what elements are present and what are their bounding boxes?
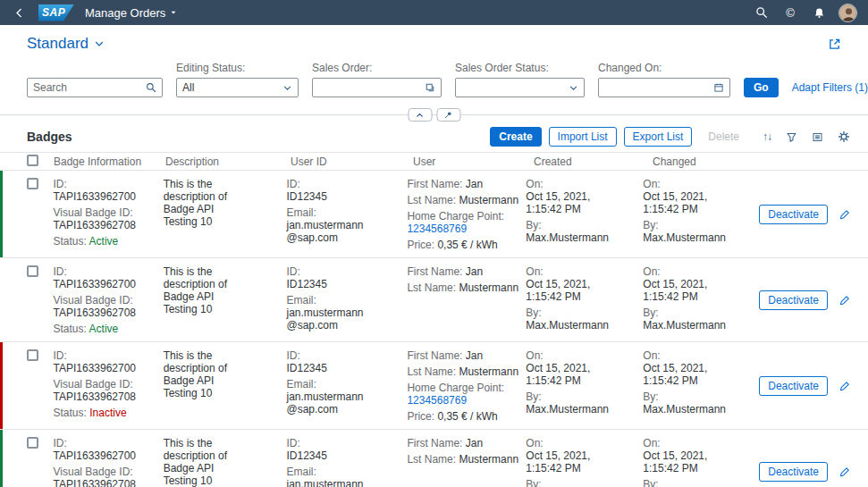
sort-icon[interactable]: ↑↓ <box>763 130 771 143</box>
status-badge: Inactive <box>89 407 126 419</box>
group-icon[interactable] <box>812 131 823 143</box>
deactivate-button[interactable]: Deactivate <box>759 376 828 396</box>
editing-status-select[interactable]: All <box>176 78 299 97</box>
changed-on-value: Oct 15, 2021, 1:15:42 PM <box>643 362 720 387</box>
row-highlight-stripe <box>0 342 3 429</box>
column-header-badge-information[interactable]: Badge Information <box>54 155 165 168</box>
user-cell: First Name: Jan Lst Name: Mustermann Hom… <box>407 178 526 251</box>
adapt-filters-link[interactable]: Adapt Filters (1) <box>792 81 868 97</box>
first-name-value: Jan <box>466 265 483 278</box>
pin-filter-bar-button[interactable] <box>436 108 460 122</box>
search-filter-group <box>27 78 163 97</box>
shell-bar: SAP Manage Orders © <box>0 0 868 25</box>
row-checkbox[interactable] <box>27 265 38 277</box>
app-title-menu[interactable]: Manage Orders <box>85 6 177 20</box>
table-header: Badge Information Description User ID Us… <box>0 152 868 171</box>
on-label: On: <box>643 349 752 362</box>
first-name-label: First Name: <box>407 265 462 278</box>
row-checkbox[interactable] <box>27 437 38 449</box>
create-button[interactable]: Create <box>490 127 541 147</box>
column-header-user[interactable]: User <box>413 155 534 168</box>
user-cell: First Name: Jan Lst Name: Mustermann Hom… <box>407 349 526 423</box>
first-name-label: First Name: <box>407 349 462 362</box>
export-list-button[interactable]: Export List <box>624 127 693 147</box>
row-checkbox[interactable] <box>27 349 38 361</box>
home-charge-point-label: Home Charge Point: <box>407 382 518 394</box>
back-button[interactable] <box>11 8 28 18</box>
badge-id-value: TAPI1633962700 <box>54 278 156 290</box>
home-charge-point-link[interactable]: 1234568769 <box>407 223 467 235</box>
sales-order-filter-group: Sales Order: <box>312 62 442 97</box>
user-id-cell: ID: ID12345 Email: jan.mustermann@sap.co… <box>286 178 407 251</box>
shell-search-icon[interactable] <box>753 6 771 19</box>
changed-on-label: Changed On: <box>598 62 730 74</box>
created-cell: On: Oct 15, 2021, 1:15:42 PM By: Max.Mus… <box>526 178 643 251</box>
edit-pencil-icon[interactable] <box>839 381 850 392</box>
user-avatar[interactable] <box>839 4 857 22</box>
by-label: By: <box>643 390 752 403</box>
badge-information-cell: ID: TAPI1633962700 Visual Badge ID: TAPI… <box>54 349 164 423</box>
changed-by-value: Max.Mustermann <box>643 403 752 416</box>
calendar-icon[interactable] <box>713 82 724 93</box>
changed-cell: On: Oct 15, 2021, 1:15:42 PM By: Max.Mus… <box>643 265 759 335</box>
collapse-filter-bar-button[interactable] <box>408 108 432 122</box>
share-icon[interactable] <box>828 38 841 51</box>
table-title: Badges <box>27 130 72 144</box>
first-name-value: Jan <box>466 437 483 449</box>
column-header-changed[interactable]: Changed <box>653 155 771 168</box>
filter-icon[interactable] <box>786 131 797 143</box>
chevron-left-icon <box>14 8 24 18</box>
edit-pencil-icon[interactable] <box>839 209 850 221</box>
editing-status-value: All <box>182 81 279 94</box>
editing-status-label: Editing Status: <box>176 62 299 74</box>
table-row: ID: TAPI1633962700 Visual Badge ID: TAPI… <box>0 171 868 258</box>
deactivate-button[interactable]: Deactivate <box>759 290 828 310</box>
column-header-created[interactable]: Created <box>534 155 653 168</box>
badge-information-cell: ID: TAPI1633962700 Visual Badge ID: TAPI… <box>54 178 164 251</box>
copyright-icon[interactable]: © <box>781 6 799 20</box>
select-all-checkbox[interactable] <box>27 155 38 166</box>
app-window: SAP Manage Orders © Standard <box>0 0 868 487</box>
user-id-value: ID12345 <box>286 278 400 290</box>
sales-order-input[interactable] <box>312 78 442 97</box>
column-header-description[interactable]: Description <box>165 155 291 168</box>
search-input[interactable] <box>33 81 142 94</box>
created-on-value: Oct 15, 2021, 1:15:42 PM <box>526 362 603 387</box>
chevron-down-icon <box>282 83 292 93</box>
home-charge-point-label: Home Charge Point: <box>407 210 518 223</box>
search-icon[interactable] <box>146 82 156 93</box>
row-checkbox[interactable] <box>27 178 38 189</box>
delete-button[interactable]: Delete <box>699 127 748 147</box>
sales-order-status-select[interactable] <box>455 78 585 97</box>
variant-selector[interactable]: Standard <box>27 35 105 53</box>
by-label: By: <box>526 219 636 231</box>
column-header-user-id[interactable]: User ID <box>291 155 413 168</box>
on-label: On: <box>643 265 752 278</box>
filter-bar: Editing Status: All Sales Order: Sales O… <box>0 55 868 108</box>
app-title: Manage Orders <box>85 6 165 20</box>
changed-on-input[interactable] <box>598 78 730 97</box>
settings-gear-icon[interactable] <box>838 130 850 143</box>
sales-order-label: Sales Order: <box>312 62 442 74</box>
user-id-cell: ID: ID12345 Email: jan.mustermann@sap.co… <box>286 265 407 335</box>
deactivate-button[interactable]: Deactivate <box>759 462 828 482</box>
row-highlight-stripe <box>0 430 3 487</box>
go-button[interactable]: Go <box>744 78 779 97</box>
search-field[interactable] <box>27 78 163 97</box>
edit-pencil-icon[interactable] <box>839 295 850 306</box>
edit-pencil-icon[interactable] <box>839 466 850 478</box>
home-charge-point-link[interactable]: 1234568769 <box>407 394 467 407</box>
value-help-icon[interactable] <box>425 82 435 93</box>
import-list-button[interactable]: Import List <box>549 127 617 147</box>
changed-by-value: Max.Mustermann <box>643 231 752 244</box>
on-label: On: <box>643 437 752 449</box>
on-label: On: <box>526 178 636 190</box>
user-id-value: ID12345 <box>286 449 400 462</box>
visual-badge-id-label: Visual Badge ID: <box>54 206 156 219</box>
badge-id-value: TAPI1633962700 <box>54 190 156 203</box>
user-id-value: ID12345 <box>286 362 400 374</box>
pin-icon <box>444 111 453 120</box>
notifications-bell-icon[interactable] <box>810 7 828 19</box>
deactivate-button[interactable]: Deactivate <box>759 205 828 224</box>
by-label: By: <box>526 306 636 319</box>
